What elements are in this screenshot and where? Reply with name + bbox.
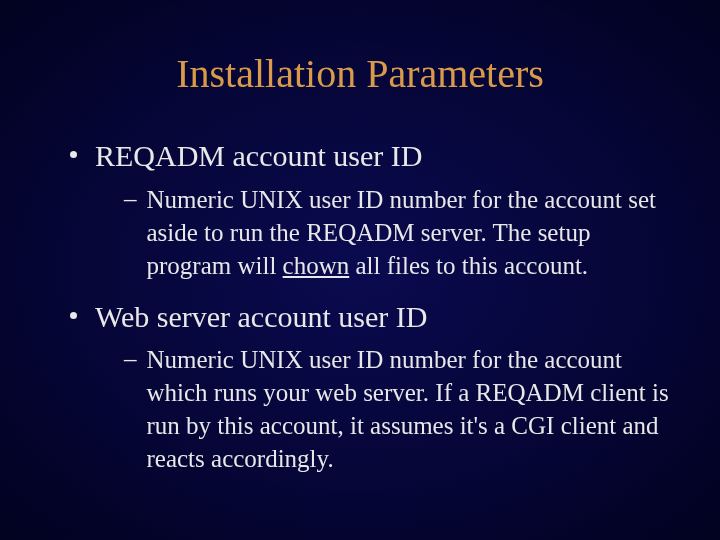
bullet-level2: – Numeric UNIX user ID number for the ac…: [124, 343, 670, 475]
bullet-dash-icon: –: [124, 183, 137, 216]
sub-text-underlined: chown: [283, 252, 350, 279]
bullet-level1: REQADM account user ID: [70, 137, 670, 175]
bullet-dot-icon: [70, 151, 77, 158]
bullet-level2: – Numeric UNIX user ID number for the ac…: [124, 183, 670, 282]
bullet-level1-text: REQADM account user ID: [95, 137, 422, 175]
sub-text-pre: Numeric UNIX user ID number for the acco…: [147, 346, 669, 472]
sub-text-post: all files to this account.: [349, 252, 588, 279]
bullet-level2-text: Numeric UNIX user ID number for the acco…: [147, 183, 671, 282]
slide: Installation Parameters REQADM account u…: [0, 0, 720, 540]
bullet-dash-icon: –: [124, 343, 137, 376]
bullet-dot-icon: [70, 312, 77, 319]
bullet-level1-text: Web server account user ID: [95, 298, 427, 336]
slide-title: Installation Parameters: [50, 50, 670, 97]
bullet-level2-text: Numeric UNIX user ID number for the acco…: [147, 343, 671, 475]
bullet-level1: Web server account user ID: [70, 298, 670, 336]
